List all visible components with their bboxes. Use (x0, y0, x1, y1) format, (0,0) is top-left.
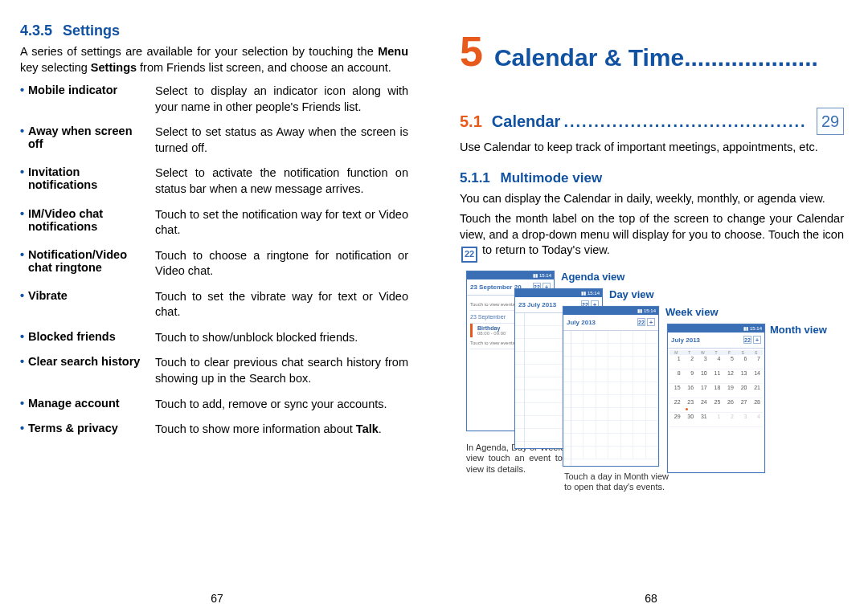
para3-text: Touch the month label on the top of the … (460, 212, 844, 241)
intro-menu-bold: Menu (378, 45, 408, 58)
page-right: 5 Calendar & Time.................... 5.… (434, 0, 868, 616)
page-number-right: 68 (434, 592, 868, 605)
heading-title: Multimode view (501, 170, 603, 186)
setting-label: •IM/Video chat notifications (20, 207, 149, 239)
heading-title: Settings (63, 22, 120, 39)
setting-desc: Touch to add, remove or sync your accoun… (155, 397, 408, 413)
status-bar: ▮▮15:14 (668, 324, 764, 332)
setting-label: •Blocked friends (20, 330, 149, 346)
setting-desc: Touch to clear previous chat search hist… (155, 355, 408, 386)
multimode-para2: Touch the month label on the top of the … (460, 211, 844, 263)
settings-intro: A series of settings are available for y… (20, 44, 408, 75)
settings-table: •Mobile indicatorSelect to display an in… (20, 84, 408, 438)
intro-settings-bold: Settings (91, 61, 137, 74)
status-bar: ▮▮15:14 (563, 307, 658, 315)
status-time: 15:14 (588, 291, 600, 296)
chapter-title: Calendar & Time.................... (494, 44, 844, 71)
month-body: MTWTFSS 12345678910111213141516171819202… (668, 349, 764, 472)
intro-text2: key selecting (20, 61, 91, 74)
title-bar: July 2013 22+ (563, 315, 658, 331)
setting-desc: Select to set status as Away when the sc… (155, 124, 408, 156)
title-date: July 2013 (671, 337, 700, 344)
phone-month-view: ▮▮15:14 July 2013 22+ MTWTFSS 1234567891… (667, 324, 765, 473)
page-left: 4.3.5 Settings A series of settings are … (0, 0, 434, 616)
section-title: Calendar (492, 112, 561, 131)
today-icon: 22 (743, 336, 751, 344)
label-week-view: Week view (665, 306, 719, 318)
label-month-view: Month view (770, 324, 827, 336)
page-number-left: 67 (0, 592, 434, 605)
setting-label: •Terms & privacy (20, 422, 149, 438)
today-icon: 22 (461, 247, 477, 263)
section-heading-5-1: 5.1 Calendar ...........................… (460, 108, 844, 135)
phone-week-view: ▮▮15:14 July 2013 22+ (563, 306, 659, 467)
status-bar: ▮▮15:14 (515, 289, 602, 297)
para3-text-b: to return to Today's view. (479, 243, 610, 256)
heading-4-3-5: 4.3.5 Settings (20, 22, 408, 39)
title-icons: 22+ (636, 318, 655, 326)
setting-label: •Clear search history (20, 355, 149, 386)
setting-label: •Manage account (20, 397, 149, 413)
calendar-app-icon: 29 (817, 108, 844, 135)
setting-desc: Touch to set the vibrate way for text or… (155, 289, 408, 320)
section-dots: ........................................… (563, 112, 807, 131)
chapter-title-text: Calendar & Time (494, 44, 684, 71)
chapter-heading: 5 Calendar & Time.................... (460, 31, 844, 72)
intro-text3: from Friends list screen, and choose an … (137, 61, 391, 74)
calendar-icon-day: 29 (821, 112, 839, 131)
heading-number: 5.1.1 (460, 170, 490, 186)
setting-desc: Touch to choose a ringtone for notificat… (155, 248, 408, 279)
setting-desc: Select to activate the notification func… (155, 165, 408, 197)
setting-label: •Invitation notifications (20, 165, 149, 197)
setting-desc: Select to display an indicator icon alon… (155, 84, 408, 115)
today-icon: 22 (637, 318, 645, 326)
setting-desc: Touch to set the notification way for te… (155, 207, 408, 239)
calendar-views-illustration: ▮▮15:14 23 September 20.. 22+ Touch to v… (460, 271, 844, 512)
intro-text: A series of settings are available for y… (20, 45, 378, 58)
add-icon: + (647, 318, 655, 326)
setting-label: •Away when screen off (20, 124, 149, 156)
title-icons: 22+ (742, 336, 761, 344)
setting-label: •Mobile indicator (20, 84, 149, 115)
status-bar: ▮▮15:14 (467, 271, 554, 279)
title-bar: July 2013 22+ (668, 332, 764, 349)
label-agenda-view: Agenda view (561, 271, 624, 283)
status-time: 15:14 (750, 326, 762, 331)
status-time: 15:14 (644, 308, 656, 313)
title-date: July 2013 (567, 319, 596, 326)
label-day-view: Day view (609, 288, 654, 300)
status-time: 15:14 (539, 273, 551, 278)
setting-label: •Notification/Video chat ringtone (20, 248, 149, 279)
chapter-number: 5 (460, 31, 483, 72)
setting-desc: Touch to show more information about Tal… (155, 422, 408, 438)
add-icon: + (753, 336, 761, 344)
calendar-intro: Use Calendar to keep track of important … (460, 140, 844, 156)
heading-5-1-1: 5.1.1 Multimode view (460, 170, 844, 186)
section-number: 5.1 (460, 112, 482, 131)
heading-number: 4.3.5 (20, 22, 52, 39)
setting-label: •Vibrate (20, 289, 149, 320)
chapter-dots: .................... (684, 44, 818, 71)
title-date: 23 July 2013 (518, 301, 556, 308)
multimode-para1: You can display the Calendar in daily, w… (460, 191, 844, 207)
setting-desc: Touch to show/unblock blocked friends. (155, 330, 408, 346)
caption-month: Touch a day in Month view to open that d… (564, 471, 669, 494)
week-body (563, 331, 658, 466)
